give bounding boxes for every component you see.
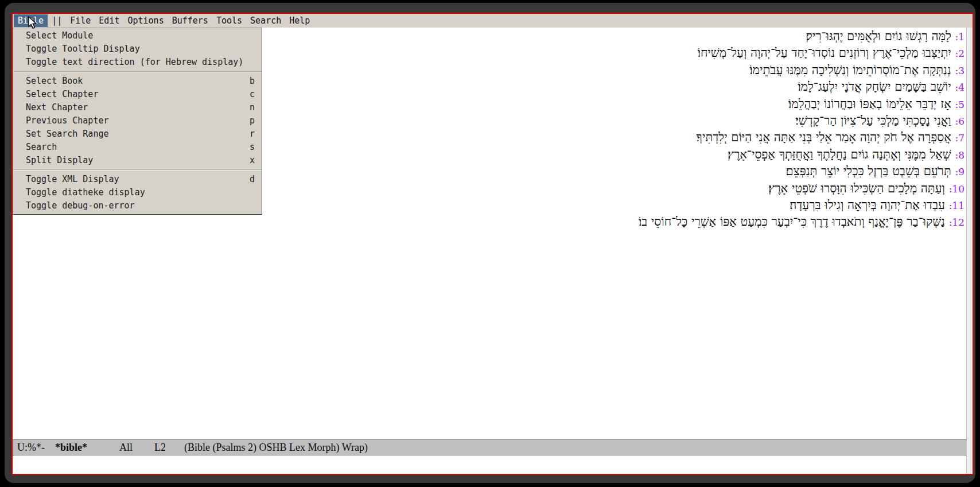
menu-item-label: Next Chapter (26, 101, 250, 114)
verse-number: 5: (955, 99, 965, 110)
bible-menu-popup: Select ModuleToggle Tooltip DisplayToggl… (13, 28, 262, 215)
menu-item-label: Set Search Range (26, 127, 250, 141)
menu-item-shortcut: s (250, 141, 255, 154)
menu-separator (13, 169, 262, 171)
verse-number: 2: (955, 48, 965, 59)
menu-item-shortcut: b (250, 75, 255, 88)
verse-text: שְׁאַל מִמֶּנִּי וְאֶתְּנָה גוֹיִם נַחֲל… (728, 148, 951, 161)
verse-text: לָמָּה רָגְשׁוּ גוֹיִם וּלְאֻמִּים יֶהְג… (806, 29, 951, 43)
menu-item-toggle-diatheke-display[interactable]: Toggle diatheke display (13, 186, 262, 199)
menu-item-shortcut: d (250, 173, 255, 186)
menubar-item-buffers-divider[interactable]: || (48, 14, 66, 27)
verse-number: 6: (955, 115, 965, 127)
menu-item-toggle-text-direction-for-hebrew-display[interactable]: Toggle text direction (for Hebrew displa… (13, 56, 262, 69)
modeline-position: All (119, 442, 133, 454)
mouse-cursor-icon (28, 16, 40, 30)
verse-number: 12: (949, 217, 965, 228)
emacs-frame: Bible||FileEditOptionsBuffersToolsSearch… (11, 13, 974, 475)
verse-number: 11: (949, 200, 965, 211)
menu-item-label: Search (26, 141, 250, 154)
menu-item-label: Toggle Tooltip Display (26, 42, 255, 56)
verse-text: יוֹשֵׁב בַּשָּׁמַיִם יִשְׂחָק אֲדֹנָי יִ… (798, 80, 951, 94)
mode-line: U:%*- *bible* All L2 (Bible (Psalms 2) O… (13, 439, 966, 455)
menu-item-label: Select Book (26, 75, 250, 88)
verse-text: נַשְּׁקוּ־בַר פֶּן־יֶאֱנַף וְתֹאבְדוּ דֶ… (639, 215, 945, 229)
menu-item-shortcut: x (250, 154, 255, 167)
menubar-item-options[interactable]: Options (123, 14, 168, 27)
menubar-item-help[interactable]: Help (285, 14, 314, 27)
verse-text: יִתְיַצְּבוּ מַלְכֵי־אֶרֶץ וְרוֹזְנִים נ… (698, 46, 951, 60)
verse-number: 3: (955, 65, 965, 76)
verse-number: 10: (949, 183, 965, 195)
menu-item-label: Split Display (26, 154, 250, 167)
menu-item-previous-chapter[interactable]: Previous Chapterp (13, 114, 262, 127)
echo-area[interactable] (13, 455, 973, 474)
modeline-buffer-name: *bible* (55, 442, 87, 454)
modeline-modes: (Bible (Psalms 2) OSHB Lex Morph) Wrap) (184, 442, 368, 454)
verse-number: 7: (955, 132, 965, 144)
menu-item-set-search-range[interactable]: Set Search Ranger (13, 127, 262, 141)
verse-number: 8: (955, 149, 965, 161)
menubar-item-edit[interactable]: Edit (95, 14, 123, 27)
menu-item-shortcut: c (250, 88, 255, 101)
menubar-item-buffers[interactable]: Buffers (168, 14, 212, 27)
verse-number: 9: (955, 166, 965, 177)
verse-text: נְנַתְּקָה אֶת־מוֹסְרוֹתֵימוֹ וְנַשְׁלִי… (749, 63, 951, 77)
menu-item-search[interactable]: Searchs (13, 141, 262, 154)
verse-line: 12: נַשְּׁקוּ־בַר פֶּן־יֶאֱנַף וְתֹאבְדו… (13, 214, 965, 230)
menu-item-shortcut: r (250, 127, 255, 141)
verse-text: וַאֲנִי נָסַכְתִּי מַלְכִּי עַל־צִיּוֹן … (795, 114, 951, 127)
menubar-item-tools[interactable]: Tools (212, 14, 246, 27)
menu-item-toggle-tooltip-display[interactable]: Toggle Tooltip Display (13, 42, 262, 56)
menu-item-label: Previous Chapter (26, 114, 250, 127)
verse-number: 1: (955, 31, 965, 42)
menu-item-shortcut: n (250, 101, 255, 114)
menu-item-label: Toggle XML Display (26, 173, 250, 186)
modeline-line-number: L2 (154, 442, 166, 454)
verse-number: 4: (955, 82, 965, 93)
menu-item-label: Select Chapter (26, 88, 250, 101)
menubar-item-search[interactable]: Search (246, 14, 285, 27)
verse-text: עִבְדוּ אֶת־יְהוָה בְּיִרְאָה וְגִילוּ ב… (790, 198, 945, 212)
menu-item-select-book[interactable]: Select Bookb (13, 75, 262, 88)
verse-text: וְעַתָּה מְלָכִים הַשְׂכִּילוּ הִוָּסְרו… (768, 181, 945, 195)
menu-item-split-display[interactable]: Split Displayx (13, 154, 262, 167)
menu-item-toggle-xml-display[interactable]: Toggle XML Displayd (13, 173, 262, 186)
menu-item-label: Select Module (26, 29, 255, 42)
verse-text: אָז יְדַבֵּר אֵלֵימוֹ בְאַפּוֹ וּבַחֲרוֹ… (788, 97, 951, 111)
menu-item-toggle-debug-on-error[interactable]: Toggle debug-on-error (13, 199, 262, 212)
menu-item-label: Toggle diatheke display (26, 186, 255, 199)
menu-separator (13, 71, 262, 72)
menu-item-select-chapter[interactable]: Select Chapterc (13, 88, 262, 101)
menu-item-next-chapter[interactable]: Next Chaptern (13, 101, 262, 114)
menu-item-shortcut: p (250, 114, 255, 127)
menu-item-select-module[interactable]: Select Module (13, 29, 262, 42)
modeline-flags: U:%*- (17, 442, 45, 454)
verse-text: אֲסַפְּרָה אֶל חֹק יְהוָה אָמַר אֵלַי בְ… (697, 130, 951, 144)
menu-bar: Bible||FileEditOptionsBuffersToolsSearch… (13, 14, 973, 28)
menubar-item-file[interactable]: File (66, 14, 95, 27)
verse-text: תְּרֹעֵם בְּשֵׁבֶט בַּרְזֶל כִּכְלִי יוֹ… (786, 164, 951, 178)
menu-item-label: Toggle text direction (for Hebrew displa… (26, 56, 255, 69)
scrollbar[interactable] (966, 28, 973, 474)
menu-item-label: Toggle debug-on-error (26, 199, 255, 212)
